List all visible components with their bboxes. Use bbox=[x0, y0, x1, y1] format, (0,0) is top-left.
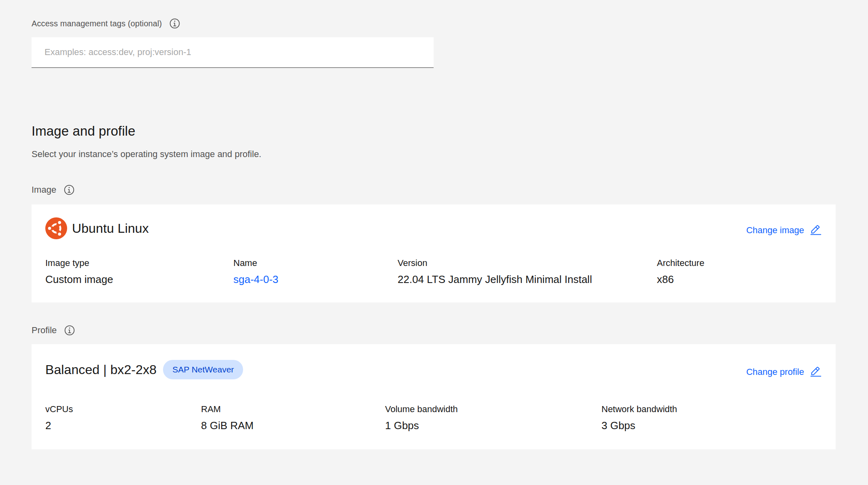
change-image-button[interactable]: Change image bbox=[746, 223, 822, 238]
volume-bandwidth-value: 1 Gbps bbox=[385, 419, 601, 432]
image-type-detail: Image type Custom image bbox=[45, 257, 233, 286]
change-profile-label[interactable]: Change profile bbox=[746, 367, 804, 377]
image-group-label: Image bbox=[32, 185, 56, 195]
image-group-label-row: Image bbox=[32, 183, 75, 197]
profile-card-title: Balanced | bx2-2x8 bbox=[45, 362, 157, 377]
profile-group-label: Profile bbox=[32, 325, 57, 336]
edit-pencil-icon[interactable] bbox=[810, 224, 822, 236]
access-tags-label: Access management tags (optional) bbox=[32, 19, 162, 28]
image-version-label: Version bbox=[398, 257, 657, 268]
image-version-value: 22.04 LTS Jammy Jellyfish Minimal Instal… bbox=[398, 272, 657, 286]
image-architecture-label: Architecture bbox=[657, 257, 822, 268]
image-name-label: Name bbox=[233, 257, 398, 268]
image-architecture-detail: Architecture x86 bbox=[657, 257, 822, 286]
network-bandwidth-detail: Network bandwidth 3 Gbps bbox=[601, 404, 822, 432]
image-card-header: Ubuntu Linux bbox=[45, 217, 149, 239]
info-icon[interactable] bbox=[169, 18, 180, 29]
profile-card-header: Balanced | bx2-2x8 SAP NetWeaver bbox=[45, 359, 243, 380]
ram-value: 8 GiB RAM bbox=[201, 419, 385, 432]
info-icon[interactable] bbox=[64, 325, 75, 336]
section-subtitle: Select your instance’s operating system … bbox=[32, 148, 261, 160]
image-card-title: Ubuntu Linux bbox=[72, 221, 149, 236]
ram-detail: RAM 8 GiB RAM bbox=[201, 404, 385, 432]
image-architecture-value: x86 bbox=[657, 272, 822, 286]
edit-pencil-icon[interactable] bbox=[810, 366, 822, 378]
provision-form-section: Access management tags (optional) Image … bbox=[0, 0, 868, 485]
profile-card: Balanced | bx2-2x8 SAP NetWeaver Change … bbox=[32, 344, 836, 449]
volume-bandwidth-detail: Volume bandwidth 1 Gbps bbox=[385, 404, 601, 432]
change-profile-button[interactable]: Change profile bbox=[746, 365, 822, 379]
vcpus-detail: vCPUs 2 bbox=[45, 404, 201, 432]
image-version-detail: Version 22.04 LTS Jammy Jellyfish Minima… bbox=[398, 257, 657, 286]
access-tags-label-row: Access management tags (optional) bbox=[32, 17, 180, 30]
ubuntu-logo-icon bbox=[45, 217, 67, 239]
access-tags-input[interactable] bbox=[32, 37, 434, 68]
image-card: Ubuntu Linux Change image Image type Cus… bbox=[32, 204, 836, 302]
network-bandwidth-label: Network bandwidth bbox=[601, 404, 822, 415]
vcpus-label: vCPUs bbox=[45, 404, 201, 415]
profile-card-details: vCPUs 2 RAM 8 GiB RAM Volume bandwidth 1… bbox=[45, 404, 822, 432]
profile-group-label-row: Profile bbox=[32, 323, 75, 337]
image-name-link[interactable]: sga-4-0-3 bbox=[233, 272, 398, 286]
info-icon[interactable] bbox=[64, 184, 75, 196]
image-type-label: Image type bbox=[45, 257, 233, 268]
vcpus-value: 2 bbox=[45, 419, 201, 432]
network-bandwidth-value: 3 Gbps bbox=[601, 419, 822, 432]
ram-label: RAM bbox=[201, 404, 385, 415]
change-image-label[interactable]: Change image bbox=[746, 225, 804, 236]
image-type-value: Custom image bbox=[45, 272, 233, 286]
sap-netweaver-badge: SAP NetWeaver bbox=[163, 360, 243, 379]
section-title: Image and profile bbox=[32, 122, 135, 140]
image-name-detail: Name sga-4-0-3 bbox=[233, 257, 398, 286]
image-card-details: Image type Custom image Name sga-4-0-3 V… bbox=[45, 257, 822, 286]
volume-bandwidth-label: Volume bandwidth bbox=[385, 404, 601, 415]
